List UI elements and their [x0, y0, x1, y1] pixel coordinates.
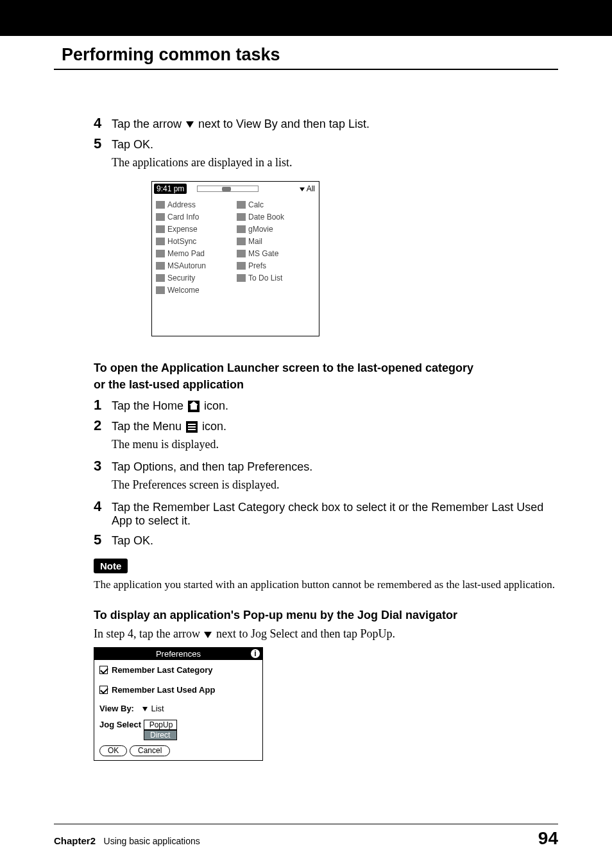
inner-step-num-4: 4 [94, 498, 106, 515]
app-icon [237, 250, 246, 257]
app-item: Date Book [237, 211, 314, 223]
app-icon [156, 225, 165, 233]
step4-post: next to View By and then tap List. [195, 117, 370, 130]
s3-sub: The Preferences screen is displayed. [112, 478, 558, 492]
prefs-jogselect-label: Jog Select [99, 720, 141, 729]
app-item: Memo Pad [156, 247, 233, 259]
app-label: Security [167, 273, 195, 282]
prefs-title-text: Preferences [156, 649, 201, 659]
prefs-row-remember-category: Remember Last Category [94, 660, 262, 680]
app-icon [156, 262, 165, 270]
step4-pre: Tap the arrow [112, 117, 185, 130]
app-label: To Do List [248, 273, 282, 282]
inner-step-num-2: 2 [94, 417, 106, 434]
s2-post: icon. [199, 420, 226, 433]
sub-heading-jogdial: To display an application's Pop-up menu … [94, 607, 558, 623]
step5-text: Tap OK. [112, 138, 153, 152]
sub-heading-line2: or the last-used application [94, 376, 558, 393]
app-label: Date Book [248, 213, 284, 221]
footer: Chapter2 Using basic applications 94 [54, 824, 558, 849]
note-label: Note [94, 559, 128, 573]
section-title: Performing common tasks [54, 45, 558, 70]
app-item: Calc [237, 198, 314, 211]
app-item: Mail [237, 235, 314, 247]
app-icon [237, 238, 246, 245]
app-item: Prefs [237, 259, 314, 272]
inner-step2-text: Tap the Menu icon. [112, 420, 226, 433]
launcher-slider [197, 186, 259, 192]
app-item: HotSync [156, 235, 233, 247]
app-item: To Do List [237, 272, 314, 284]
preferences-screenshot: Preferences i Remember Last Category Rem… [94, 647, 263, 761]
app-icon [156, 201, 165, 209]
inner-step4-text: Tap the Remember Last Category check box… [112, 501, 558, 528]
jog-option-direct: Direct [144, 730, 177, 740]
inner-step5-text: Tap OK. [112, 534, 153, 548]
app-label: Calc [248, 200, 264, 209]
prefs-chk1-label: Remember Last Category [112, 665, 213, 675]
chapter-text: Using basic applications [104, 836, 200, 846]
arrow-down-icon [204, 632, 212, 638]
dropdown-arrow-icon [142, 707, 148, 711]
app-item: Security [156, 272, 233, 284]
app-icon [237, 262, 246, 270]
app-label: Expense [167, 225, 198, 234]
app-label: Address [167, 200, 196, 209]
info-icon: i [251, 649, 260, 658]
inner-step-num-1: 1 [94, 397, 106, 413]
app-icon [237, 274, 246, 282]
inner-step3-text: Tap Options, and then tap Preferences. [112, 460, 312, 474]
sub-heading-line1: To open the Application Launcher screen … [94, 360, 558, 376]
inner-step-num-3: 3 [94, 458, 106, 474]
app-item: MS Gate [237, 247, 314, 259]
checkbox-icon [99, 666, 108, 674]
inner-step-num-5: 5 [94, 532, 106, 548]
app-item: Expense [156, 223, 233, 235]
sub-heading-last-category: To open the Application Launcher screen … [94, 360, 558, 393]
app-label: gMovie [248, 225, 273, 234]
launcher-screenshot: 9:41 pm All Address Card Info Expense Ho… [151, 181, 319, 336]
prefs-viewby-value: List [151, 704, 164, 713]
footer-left: Chapter2 Using basic applications [54, 835, 200, 846]
arrow-down-icon [186, 121, 194, 128]
jog-option-popup: PopUp [144, 720, 177, 730]
app-icon [237, 201, 246, 209]
s1-pre: Tap the Home [112, 399, 187, 412]
step5-sub: The applications are displayed in a list… [112, 156, 558, 169]
inner-step1-text: Tap the Home icon. [112, 399, 228, 413]
launcher-category: All [300, 184, 315, 193]
prefs-chk2-label: Remember Last Used App [112, 685, 215, 695]
app-item: gMovie [237, 223, 314, 235]
app-item: Welcome [156, 284, 233, 296]
step-number-4: 4 [94, 115, 106, 132]
app-icon [237, 225, 246, 233]
app-label: MSAutorun [167, 261, 206, 270]
app-label: HotSync [167, 237, 196, 246]
s2-sub: The menu is displayed. [112, 438, 558, 451]
prefs-viewby-row: View By: List [94, 700, 262, 717]
note-body: The application you started with an appl… [94, 577, 558, 593]
prefs-jogselect-row: Jog Select PopUp Direct [94, 717, 262, 742]
menu-icon [186, 421, 198, 433]
s2-pre: Tap the Menu [112, 420, 185, 433]
sub2-body-post: next to Jog Select and then tap PopUp. [213, 627, 395, 640]
app-label: Card Info [167, 213, 199, 221]
step4-text: Tap the arrow next to View By and then t… [112, 117, 370, 131]
prefs-row-remember-app: Remember Last Used App [94, 680, 262, 700]
app-label: MS Gate [248, 249, 278, 258]
app-icon [156, 213, 165, 221]
app-icon [156, 238, 165, 245]
sub2-body: In step 4, tap the arrow next to Jog Sel… [94, 627, 558, 641]
checkbox-icon [99, 686, 108, 694]
page-number: 94 [538, 828, 558, 849]
app-icon [156, 274, 165, 282]
launcher-time: 9:41 pm [154, 184, 187, 194]
sub2-body-pre: In step 4, tap the arrow [94, 627, 203, 640]
cancel-button: Cancel [130, 745, 170, 756]
prefs-titlebar: Preferences i [94, 648, 262, 660]
app-item: Address [156, 198, 233, 211]
chapter-label: Chapter2 [54, 835, 96, 846]
app-item: MSAutorun [156, 259, 233, 272]
app-icon [237, 213, 246, 221]
prefs-buttons: OK Cancel [94, 742, 262, 760]
